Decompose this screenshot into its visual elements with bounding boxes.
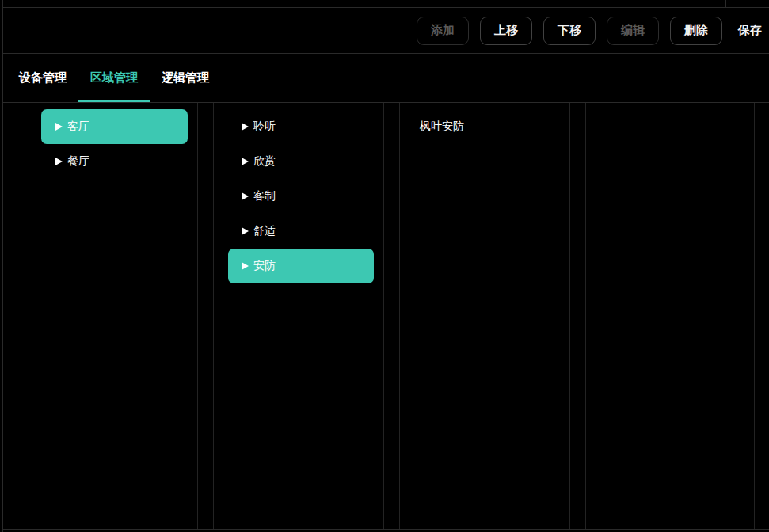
move-down-button[interactable]: 下移	[543, 17, 596, 45]
tree-item[interactable]: 欣赏	[214, 144, 383, 179]
titlebar-divider	[725, 0, 726, 7]
tree-column-level-4	[585, 103, 755, 529]
tree-item-label: 安防	[253, 259, 276, 273]
edit-button[interactable]: 编辑	[607, 17, 659, 45]
app-window: 添加上移下移编辑删除保存 设备管理区域管理逻辑管理 客厅餐厅聆听欣赏客制舒适安防…	[2, 0, 769, 532]
tree-item-label: 枫叶安防	[420, 120, 464, 134]
expand-arrow-icon	[242, 123, 249, 131]
tree-item-label: 舒适	[253, 224, 276, 238]
tree-columns: 客厅餐厅聆听欣赏客制舒适安防枫叶安防	[3, 103, 769, 530]
expand-arrow-icon	[55, 123, 63, 131]
expand-arrow-icon	[242, 192, 249, 200]
tree-item-label: 聆听	[253, 120, 276, 134]
tree-column-level-3: 枫叶安防	[399, 103, 570, 529]
tree-item[interactable]: 舒适	[214, 214, 383, 249]
toolbar: 添加上移下移编辑删除保存	[3, 8, 769, 54]
tree-item[interactable]: 客厅	[41, 109, 188, 144]
expand-arrow-icon	[242, 262, 249, 270]
move-up-button[interactable]: 上移	[480, 17, 532, 45]
expand-arrow-icon	[55, 158, 63, 165]
tree-item-label: 客厅	[67, 120, 89, 134]
tree-column-level-2: 聆听欣赏客制舒适安防	[213, 103, 384, 529]
tree-item[interactable]: 聆听	[214, 109, 383, 144]
tab-device-management[interactable]: 设备管理	[7, 54, 78, 102]
tab-bar: 设备管理区域管理逻辑管理	[3, 54, 769, 103]
tab-area-management[interactable]: 区域管理	[78, 54, 150, 102]
titlebar-strip	[3, 0, 769, 8]
tree-item[interactable]: 客制	[214, 179, 383, 214]
tree-item[interactable]: 枫叶安防	[400, 109, 569, 144]
tree-item[interactable]: 餐厅	[3, 144, 197, 179]
expand-arrow-icon	[242, 158, 249, 165]
tree-column-level-1: 客厅餐厅	[3, 103, 198, 529]
tree-item-label: 欣赏	[253, 154, 276, 169]
save-button[interactable]: 保存	[738, 17, 762, 45]
tree-item-label: 餐厅	[67, 154, 89, 169]
tab-logic-management[interactable]: 逻辑管理	[150, 54, 221, 102]
tree-item[interactable]: 安防	[228, 249, 374, 283]
add-button[interactable]: 添加	[417, 17, 469, 45]
delete-button[interactable]: 删除	[670, 17, 722, 45]
expand-arrow-icon	[242, 227, 249, 235]
tree-item-label: 客制	[253, 189, 276, 203]
